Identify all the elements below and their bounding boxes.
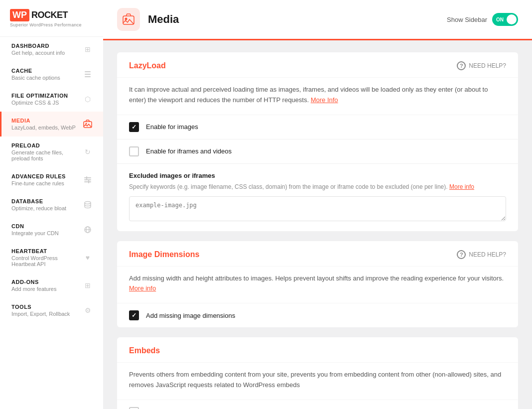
- page-icon: [117, 8, 140, 31]
- svg-point-10: [85, 202, 91, 204]
- nav-sub-heartbeat: Control WordPress Heartbeat API: [11, 255, 82, 267]
- image-dimensions-need-help[interactable]: ? NEED HELP?: [457, 250, 506, 259]
- sidebar-item-dashboard[interactable]: DASHBOARD Get help, account info ⊞: [0, 37, 103, 62]
- sidebar-item-database[interactable]: DATABASE Optimize, reduce bloat: [0, 192, 103, 217]
- logo-wp: WP: [10, 9, 29, 21]
- lazyload-more-info-link[interactable]: More Info: [311, 96, 338, 104]
- help-icon: ?: [457, 61, 466, 70]
- enable-iframes-checkbox[interactable]: [129, 146, 139, 156]
- nav-title-dashboard: DASHBOARD: [11, 43, 82, 49]
- lazyload-need-help[interactable]: ? NEED HELP?: [457, 61, 506, 70]
- nav-title-media: MEDIA: [11, 118, 82, 124]
- heartbeat-icon: ♥: [82, 252, 93, 263]
- nav-sub-media: LazyLoad, embeds, WebP: [11, 125, 82, 131]
- nav-sub-advanced: Fine-tune cache rules: [11, 180, 82, 186]
- svg-rect-7: [84, 181, 91, 182]
- image-dimensions-more-info-link[interactable]: More info: [129, 284, 156, 292]
- file-opt-icon: ⬡: [82, 94, 93, 105]
- logo-area: WP ROCKET Superior WordPress Performance: [0, 0, 103, 37]
- addons-icon: ⊞: [82, 280, 93, 291]
- img-dims-help-icon: ?: [457, 250, 466, 259]
- media-icon: [82, 119, 93, 130]
- sidebar-item-tools[interactable]: TOOLS Import, Export, Rollback ⚙: [0, 298, 103, 323]
- nav-title-addons: ADD-ONS: [11, 279, 82, 285]
- tools-icon: ⚙: [82, 305, 93, 316]
- nav-sub-preload: Generate cache files, preload fonts: [11, 149, 82, 161]
- lazyload-section: LazyLoad ? NEED HELP? It can improve act…: [117, 52, 518, 231]
- nav-title-advanced: ADVANCED RULES: [11, 173, 82, 179]
- disable-embeds-row: Disable WordPress embeds: [117, 400, 518, 409]
- embeds-description: Prevents others from embedding content f…: [117, 363, 518, 400]
- dashboard-icon: ⊞: [82, 44, 93, 55]
- excluded-more-info-link[interactable]: More info: [449, 183, 474, 190]
- excluded-desc: Specify keywords (e.g. image filename, C…: [129, 182, 506, 191]
- sidebar: WP ROCKET Superior WordPress Performance…: [0, 0, 103, 409]
- main-content: Media Show Sidebar ON LazyLoad ? NEED HE…: [103, 0, 532, 409]
- enable-iframes-label: Enable for iframes and videos: [146, 147, 232, 155]
- show-sidebar-toggle[interactable]: ON: [492, 13, 518, 26]
- image-dimensions-section: Image Dimensions ? NEED HELP? Add missin…: [117, 241, 518, 328]
- svg-rect-5: [84, 177, 91, 178]
- nav-sub-tools: Import, Export, Rollback: [11, 311, 82, 317]
- nav-sub-file-opt: Optimize CSS & JS: [11, 100, 82, 106]
- show-sidebar-label: Show Sidebar: [447, 16, 487, 23]
- svg-point-4: [86, 123, 87, 125]
- page-header: Media Show Sidebar ON: [103, 0, 532, 40]
- nav-title-tools: TOOLS: [11, 304, 82, 310]
- svg-rect-2: [85, 76, 91, 77]
- disable-embeds-checkbox[interactable]: [129, 407, 139, 409]
- enable-iframes-row: Enable for iframes and videos: [117, 139, 518, 164]
- sidebar-nav: DASHBOARD Get help, account info ⊞ CACHE…: [0, 37, 103, 323]
- sidebar-item-heartbeat[interactable]: HEARTBEAT Control WordPress Heartbeat AP…: [0, 242, 103, 273]
- preload-icon: ↻: [82, 146, 93, 157]
- enable-images-checkbox[interactable]: [129, 122, 139, 132]
- content-area: LazyLoad ? NEED HELP? It can improve act…: [103, 40, 532, 409]
- image-dimensions-description: Add missing width and height attributes …: [117, 267, 518, 304]
- lazyload-title: LazyLoad: [129, 61, 166, 70]
- nav-title-cache: CACHE: [11, 68, 82, 74]
- sidebar-item-media[interactable]: MEDIA LazyLoad, embeds, WebP: [0, 112, 103, 136]
- sidebar-item-addons[interactable]: ADD-ONS Add more features ⊞: [0, 273, 103, 298]
- add-missing-dims-label: Add missing image dimensions: [146, 312, 235, 319]
- svg-rect-0: [85, 71, 91, 72]
- toggle-on-label: ON: [496, 17, 504, 22]
- excluded-section: Excluded images or iframes Specify keywo…: [117, 164, 518, 223]
- cdn-icon: [82, 224, 93, 235]
- excluded-textarea[interactable]: [129, 196, 506, 221]
- nav-sub-addons: Add more features: [11, 286, 82, 292]
- nav-sub-database: Optimize, reduce bloat: [11, 205, 82, 211]
- nav-title-cdn: CDN: [11, 223, 82, 229]
- add-missing-dims-row: Add missing image dimensions: [117, 303, 518, 327]
- add-missing-dims-checkbox[interactable]: [129, 310, 139, 320]
- sidebar-item-cache[interactable]: CACHE Basic cache options: [0, 62, 103, 87]
- cache-icon: [82, 69, 93, 80]
- logo-rocket: ROCKET: [31, 10, 68, 20]
- database-icon: [82, 199, 93, 210]
- svg-point-15: [125, 18, 128, 20]
- svg-rect-1: [85, 74, 91, 75]
- sidebar-item-preload[interactable]: PRELOAD Generate cache files, preload fo…: [0, 136, 103, 167]
- logo-tagline: Superior WordPress Performance: [10, 22, 93, 27]
- lazyload-description: It can improve actual and perceived load…: [117, 78, 518, 115]
- nav-title-heartbeat: HEARTBEAT: [11, 248, 82, 254]
- advanced-icon: [82, 174, 93, 185]
- sidebar-item-advanced-rules[interactable]: ADVANCED RULES Fine-tune cache rules: [0, 167, 103, 192]
- enable-images-row: Enable for images: [117, 115, 518, 139]
- enable-images-label: Enable for images: [146, 123, 198, 131]
- toggle-knob: [507, 14, 517, 24]
- svg-rect-9: [88, 180, 89, 183]
- lazyload-need-help-label: NEED HELP?: [469, 62, 506, 69]
- svg-rect-8: [86, 176, 87, 179]
- nav-sub-dashboard: Get help, account info: [11, 50, 82, 56]
- image-dimensions-title: Image Dimensions: [129, 250, 199, 259]
- sidebar-item-cdn[interactable]: CDN Integrate your CDN: [0, 217, 103, 242]
- sidebar-item-file-optimization[interactable]: FILE OPTIMIZATION Optimize CSS & JS ⬡: [0, 87, 103, 112]
- embeds-section: Embeds Prevents others from embedding co…: [117, 337, 518, 409]
- nav-sub-cdn: Integrate your CDN: [11, 230, 82, 236]
- nav-title-file-opt: FILE OPTIMIZATION: [11, 93, 82, 99]
- svg-rect-6: [84, 179, 91, 180]
- excluded-title: Excluded images or iframes: [129, 172, 506, 179]
- image-dimensions-need-help-label: NEED HELP?: [469, 251, 506, 258]
- nav-sub-cache: Basic cache options: [11, 75, 82, 81]
- nav-title-preload: PRELOAD: [11, 142, 82, 148]
